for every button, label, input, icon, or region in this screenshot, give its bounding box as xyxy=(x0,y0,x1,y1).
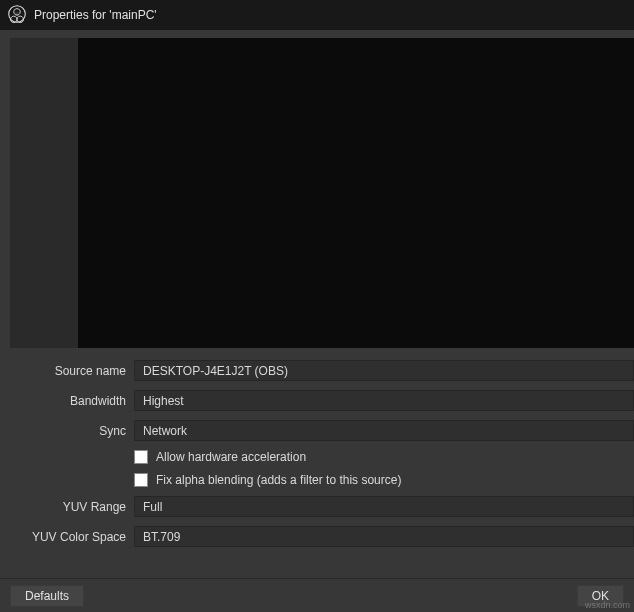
preview-area xyxy=(10,38,634,348)
source-name-value: DESKTOP-J4E1J2T (OBS) xyxy=(143,364,288,378)
sync-label: Sync xyxy=(10,424,126,438)
yuv-color-space-row: YUV Color Space BT.709 xyxy=(10,526,634,547)
window-title: Properties for 'mainPC' xyxy=(34,8,157,22)
yuv-color-space-select[interactable]: BT.709 xyxy=(134,526,634,547)
watermark: wsxdn.com xyxy=(585,600,630,610)
alpha-blending-label: Fix alpha blending (adds a filter to thi… xyxy=(156,473,401,487)
source-name-select[interactable]: DESKTOP-J4E1J2T (OBS) xyxy=(134,360,634,381)
hardware-accel-label: Allow hardware acceleration xyxy=(156,450,306,464)
bandwidth-value: Highest xyxy=(143,394,184,408)
sync-value: Network xyxy=(143,424,187,438)
content-area: Source name DESKTOP-J4E1J2T (OBS) Bandwi… xyxy=(0,30,634,547)
defaults-button[interactable]: Defaults xyxy=(10,585,84,607)
properties-form: Source name DESKTOP-J4E1J2T (OBS) Bandwi… xyxy=(10,360,634,547)
obs-icon xyxy=(8,5,26,26)
svg-point-1 xyxy=(15,11,19,15)
alpha-blending-row[interactable]: Fix alpha blending (adds a filter to thi… xyxy=(134,473,634,487)
yuv-range-row: YUV Range Full xyxy=(10,496,634,517)
titlebar: Properties for 'mainPC' xyxy=(0,0,634,30)
sync-row: Sync Network xyxy=(10,420,634,441)
preview-canvas xyxy=(78,38,634,348)
bandwidth-select[interactable]: Highest xyxy=(134,390,634,411)
yuv-color-space-value: BT.709 xyxy=(143,530,180,544)
bandwidth-label: Bandwidth xyxy=(10,394,126,408)
yuv-range-value: Full xyxy=(143,500,162,514)
alpha-blending-checkbox[interactable] xyxy=(134,473,148,487)
source-name-row: Source name DESKTOP-J4E1J2T (OBS) xyxy=(10,360,634,381)
sync-select[interactable]: Network xyxy=(134,420,634,441)
source-name-label: Source name xyxy=(10,364,126,378)
yuv-range-select[interactable]: Full xyxy=(134,496,634,517)
hardware-accel-row[interactable]: Allow hardware acceleration xyxy=(134,450,634,464)
bandwidth-row: Bandwidth Highest xyxy=(10,390,634,411)
yuv-color-space-label: YUV Color Space xyxy=(10,530,126,544)
preview-sidebar xyxy=(10,38,78,348)
yuv-range-label: YUV Range xyxy=(10,500,126,514)
footer: Defaults OK xyxy=(0,578,634,612)
hardware-accel-checkbox[interactable] xyxy=(134,450,148,464)
